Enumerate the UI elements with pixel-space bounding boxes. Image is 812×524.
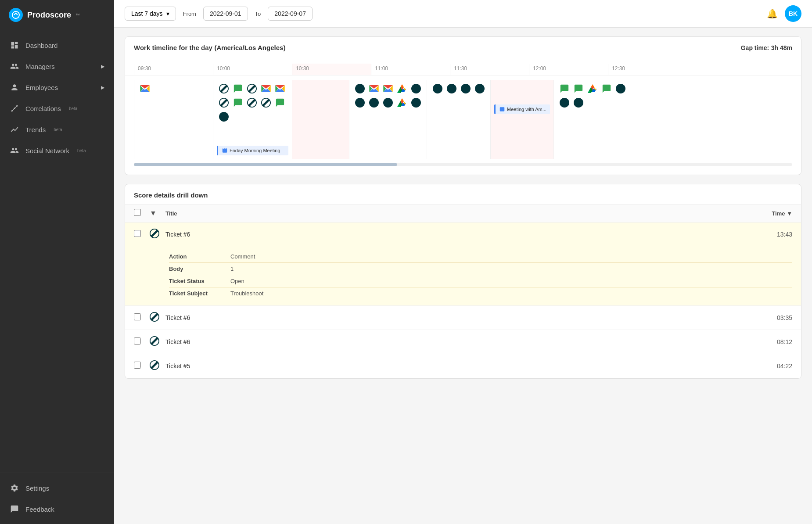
gchat-icon-1	[232, 83, 244, 95]
table-row-main-4[interactable]: Ticket #5 04:22	[125, 354, 801, 378]
meeting-with-am: Meeting with Am...	[494, 104, 550, 114]
managers-icon	[10, 61, 19, 71]
sidebar-label-correlations: Correlations	[25, 105, 61, 112]
notification-bell-icon[interactable]: 🔔	[767, 8, 778, 19]
row3-icon-cell	[150, 336, 165, 348]
date-range-selector[interactable]: Last 7 days ▾	[125, 7, 176, 21]
zendesk-icon-1	[218, 83, 230, 95]
sidebar-label-social-network: Social Network	[25, 147, 69, 154]
detail-action: Action Comment	[169, 251, 792, 263]
row4-checkbox-cell	[134, 362, 150, 370]
zendesk-icon-3	[218, 97, 230, 109]
time-slot-1100: 11:00	[371, 64, 450, 75]
row2-icon-cell	[150, 312, 165, 323]
gmail-icon-5	[382, 83, 394, 95]
employees-arrow: ▶	[101, 85, 104, 90]
zendesk-icon-6	[218, 111, 230, 123]
gap-time-value: 3h 48m	[771, 44, 792, 51]
sidebar-item-managers[interactable]: Managers ▶	[0, 56, 114, 77]
time-column-0930	[134, 80, 213, 159]
time-slot-1230: 12:30	[608, 64, 687, 75]
sidebar-item-trends[interactable]: Trends beta	[0, 119, 114, 140]
gmail-icon-2	[260, 83, 272, 95]
table-header: ▼ Title Time ▼	[125, 205, 801, 223]
sidebar-item-correlations[interactable]: Correlations beta	[0, 98, 114, 119]
topbar-right: 🔔 BK	[767, 5, 801, 22]
zendesk-icon-2	[246, 83, 258, 95]
row1-icon-cell	[150, 229, 165, 240]
timeline-ruler: 09:30 10:00 10:30 11:00 11:30 12:00 12:3…	[125, 64, 801, 75]
gchat-icon-5	[572, 83, 585, 95]
row1-time: 13:43	[757, 231, 792, 238]
sidebar-item-employees[interactable]: Employees ▶	[0, 77, 114, 98]
trends-badge: beta	[54, 127, 62, 132]
sidebar-label-dashboard: Dashboard	[25, 42, 57, 49]
friday-morning-meeting: Friday Morning Meeting	[217, 146, 288, 155]
row1-detail: Action Comment Body 1 Ticket Status Open…	[125, 246, 801, 305]
sidebar-label-managers: Managers	[25, 63, 55, 70]
table-row: Ticket #5 04:22	[125, 354, 801, 378]
table-row: Ticket #6 03:35	[125, 306, 801, 330]
timeline-scrollbar[interactable]	[134, 163, 792, 166]
table-row-main-1[interactable]: Ticket #6 13:43	[125, 223, 801, 246]
detail-body: Body 1	[169, 263, 792, 275]
sort-down-icon: ▼	[150, 209, 157, 217]
feedback-icon	[10, 504, 19, 514]
timeline-subtitle: (America/Los Angeles)	[214, 44, 285, 51]
zendesk-icon-4	[246, 97, 258, 109]
date-range-label: Last 7 days	[131, 10, 163, 17]
time-column-1200: Meeting with Am...	[490, 80, 553, 159]
sidebar-item-settings[interactable]: Settings	[0, 477, 114, 499]
sidebar-label-trends: Trends	[25, 126, 46, 133]
meeting2-label: Meeting with Am...	[507, 107, 546, 112]
sidebar: Prodoscore™ Dashboard Managers ▶ Employe…	[0, 0, 114, 524]
gchat-icon-2	[232, 97, 244, 109]
row4-title: Ticket #5	[165, 362, 757, 370]
detail-ticket-subject: Ticket Subject Troubleshoot	[169, 287, 792, 299]
sort-icon-cell: ▼	[150, 209, 165, 217]
topbar: Last 7 days ▾ From 2022-09-01 To 2022-09…	[114, 0, 812, 28]
row2-checkbox[interactable]	[134, 313, 141, 320]
row1-title: Ticket #6	[165, 231, 757, 238]
svg-rect-6	[223, 148, 227, 152]
zendesk-icon-7	[354, 83, 366, 95]
from-label: From	[183, 11, 196, 17]
zendesk-icon-14	[446, 83, 458, 95]
zendesk-icon-12	[410, 97, 422, 109]
sidebar-item-social-network[interactable]: Social Network beta	[0, 140, 114, 161]
event-icons-1100	[353, 82, 423, 110]
timeline-area: 09:30 10:00 10:30 11:00 11:30 12:00 12:3…	[125, 59, 801, 175]
user-avatar[interactable]: BK	[785, 5, 801, 22]
gchat-icon-4	[558, 83, 571, 95]
time-column-1100	[349, 80, 427, 159]
table-row-main-2[interactable]: Ticket #6 03:35	[125, 306, 801, 330]
logo-container[interactable]: Prodoscore™	[0, 0, 114, 30]
row1-checkbox[interactable]	[134, 230, 141, 237]
row3-checkbox-cell	[134, 337, 150, 346]
row3-checkbox[interactable]	[134, 337, 141, 345]
zendesk-icon-16	[474, 83, 486, 95]
gap-time-container: Gap time: 3h 48m	[741, 44, 792, 52]
from-date-input[interactable]: 2022-09-01	[203, 7, 248, 21]
time-slot-0930: 09:30	[134, 64, 213, 75]
gmail-icon-3	[274, 83, 286, 95]
logo-icon	[9, 8, 23, 22]
trends-icon	[10, 125, 19, 134]
table-row: Ticket #6 13:43 Action Comment Body 1 Ti…	[125, 223, 801, 306]
svg-line-5	[14, 106, 17, 108]
row4-checkbox[interactable]	[134, 362, 141, 369]
sidebar-item-dashboard[interactable]: Dashboard	[0, 35, 114, 56]
social-network-icon	[10, 146, 19, 155]
content-area: Work timeline for the day (America/Los A…	[114, 28, 812, 524]
to-date-input[interactable]: 2022-09-07	[268, 7, 313, 21]
time-column-1030	[292, 80, 349, 159]
row2-checkbox-cell	[134, 313, 150, 322]
gmail-icon-1	[139, 83, 151, 95]
row2-time: 03:35	[757, 314, 792, 321]
select-all-checkbox[interactable]	[134, 209, 141, 216]
sidebar-item-feedback[interactable]: Feedback	[0, 499, 114, 520]
table-row-main-3[interactable]: Ticket #6 08:12	[125, 330, 801, 354]
zendesk-icon-17	[614, 83, 627, 95]
timeline-events: Friday Morning Meeting	[125, 75, 801, 163]
zendesk-icon-5	[260, 97, 272, 109]
